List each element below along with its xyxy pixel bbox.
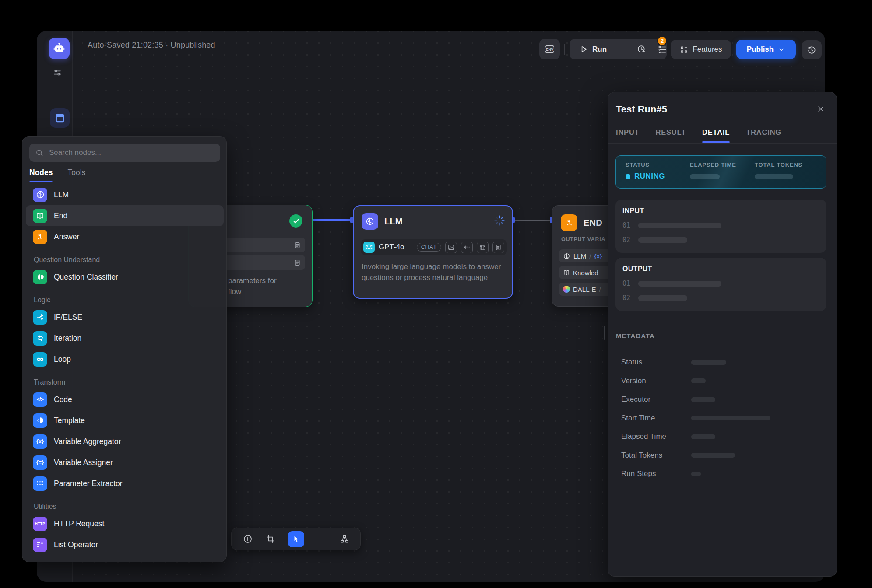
skeleton-row: 01 [622,221,819,229]
node-item-variable-aggregator[interactable]: {x}Variable Aggregator [26,431,224,452]
svg-text:ENV: ENV [546,47,554,52]
tab-input[interactable]: INPUT [616,128,640,143]
tab-detail[interactable]: DETAIL [702,128,730,143]
run-panel-tabs: INPUTRESULTDETAILTRACING [616,128,781,143]
metadata-row: Start Time [621,409,823,428]
window-icon [54,112,66,124]
node-item-label: IF/ELSE [54,313,82,322]
publish-button[interactable]: Publish [736,40,796,59]
end-node-icon [561,214,577,231]
features-icon [679,45,689,54]
llm-node-description: Invoking large language models to answer… [362,261,507,283]
node-item-label: Parameter Extractor [54,479,123,488]
code-icon: </> [33,392,47,407]
add-node-button[interactable] [243,534,253,544]
skeleton-row: 02 [622,236,819,244]
chevron-down-icon [777,46,785,53]
node-item-question-classifier[interactable]: Question Classifier [26,266,224,287]
section-divider [615,321,826,321]
history-icon [807,45,817,55]
add-note-button[interactable] [266,534,275,544]
input-title: INPUT [622,207,819,215]
skeleton-row: 02 [622,294,819,302]
metadata-label: Executor [621,395,691,404]
play-icon[interactable] [579,45,588,54]
node-item-template[interactable]: Template [26,410,224,431]
classifier-icon [33,270,47,284]
node-item-parameter-extractor[interactable]: Parameter Extractor [26,473,224,494]
features-button[interactable]: Features [671,40,731,59]
canvas-control-bar [231,528,361,550]
close-icon [816,105,825,113]
version-history-button[interactable] [802,40,822,60]
dalle-icon [563,286,570,293]
metadata-label: Elapsed Time [621,432,691,441]
section-header: Question Understand [26,253,224,266]
elapsed-time-label: ELAPSED TIME [690,161,736,168]
running-status-dot [626,174,630,179]
node-item-code[interactable]: </>Code [26,389,224,410]
run-history-icon[interactable] [636,44,647,54]
env-icon: ENV [544,43,556,55]
close-button[interactable] [816,104,826,114]
node-item-if-else[interactable]: IF/ELSE [26,307,224,328]
video-icon [479,244,486,251]
openai-icon [363,242,375,253]
tab-nodes[interactable]: Nodes [29,168,53,182]
metadata-row: Run Steps [621,465,823,483]
node-item-answer[interactable]: Answer [26,226,224,247]
filter-icon [33,538,47,552]
test-run-panel: Test Run#5 INPUTRESULTDETAILTRACING STAT… [608,92,837,577]
node-item-iteration[interactable]: Iteration [26,328,224,349]
end-node-title: END [584,218,602,228]
search-icon [35,148,44,157]
organize-layout-button[interactable] [340,534,349,544]
chip-label: DALL-E [573,286,596,293]
workflow-settings-icon[interactable] [53,68,62,77]
screen: Auto-Saved 21:02:35 · Unpublished ENV Ru… [0,0,872,588]
publish-label: Publish [747,45,774,54]
metadata-label: Version [621,377,691,385]
node-item-list-operator[interactable]: List Operator [26,534,224,555]
node-item-http-request[interactable]: HTTPHTTP Request [26,513,224,534]
llm-node[interactable]: LLM GPT-4o CHAT [353,205,513,299]
app-logo-robot-icon[interactable] [49,38,70,59]
run-button[interactable]: Run [592,45,607,54]
panel-resize-handle[interactable] [604,326,605,340]
node-item-end[interactable]: End [26,205,224,226]
document-icon [294,259,301,266]
search-input[interactable] [48,148,214,158]
audio-icon [463,244,471,251]
value-skeleton [638,223,721,228]
total-tokens-skeleton [755,174,793,179]
node-item-label: Answer [54,232,79,242]
tab-tracing[interactable]: TRACING [746,128,781,143]
dots-grid-icon [33,476,47,491]
book-icon [33,209,47,223]
tab-tools[interactable]: Tools [67,168,85,182]
node-item-llm[interactable]: LLM [26,184,224,205]
chat-mode-badge: CHAT [417,243,441,252]
env-button[interactable]: ENV [539,39,560,60]
node-item-label: Variable Aggregator [54,437,121,446]
llm-model-selector[interactable]: GPT-4o CHAT [361,239,507,255]
running-spinner-icon [494,215,505,226]
node-item-loop[interactable]: ∞Loop [26,349,224,370]
pointer-mode-button[interactable] [288,531,304,547]
preview-window-button[interactable] [50,108,70,128]
robot-icon [53,42,66,55]
node-item-label: End [54,211,67,220]
node-item-variable-assigner[interactable]: {=}Variable Assigner [26,452,224,473]
input-card: INPUT 0102 [615,200,826,253]
skeleton-row: 01 [622,280,819,287]
tab-result[interactable]: RESULT [656,128,686,143]
check-icon [292,217,300,225]
node-item-label: HTTP Request [54,519,104,528]
hand-mode-button[interactable] [317,534,327,544]
output-card: OUTPUT 0102 [615,258,826,311]
elapsed-time-skeleton [690,174,720,179]
row-index: 01 [622,280,630,287]
flag-icon [33,230,47,244]
video-capability-icon [477,242,489,253]
chip-label: LLM [573,252,586,260]
